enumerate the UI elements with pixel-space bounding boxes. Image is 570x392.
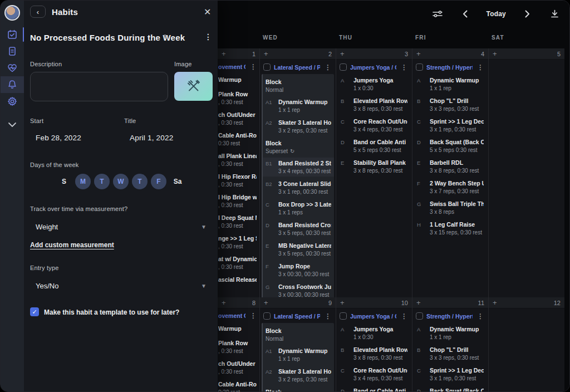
day-toggle-f[interactable]: F bbox=[151, 174, 166, 189]
add-event-plus-icon[interactable]: + bbox=[264, 299, 268, 306]
add-event-plus-icon[interactable]: + bbox=[340, 50, 345, 57]
exercise-row[interactable]: GCross Footwork Jump Rope3 x 00:30, 00:3… bbox=[263, 283, 334, 297]
add-event-plus-icon[interactable]: + bbox=[493, 299, 497, 306]
description-input[interactable] bbox=[30, 72, 168, 101]
habit-image-tile[interactable] bbox=[174, 72, 213, 101]
workout-title-link[interactable]: Strength / Hypertro... bbox=[426, 64, 473, 71]
workout-title-link[interactable]: ovement Q... bbox=[218, 312, 245, 319]
day-toggle-t[interactable]: T bbox=[132, 174, 148, 189]
exercise-row[interactable]: B23 Cone Lateral Slide3 x 1 rep, 00:30 r… bbox=[263, 180, 334, 195]
measurement-select[interactable]: Weight bbox=[36, 223, 58, 231]
download-icon[interactable] bbox=[548, 8, 561, 20]
exercise-row[interactable]: l Deep Squat Mo..., 0:30 rest bbox=[218, 214, 259, 229]
template-checkbox[interactable]: ✓ bbox=[30, 307, 39, 316]
workout-kebab-menu-icon[interactable]: ⋮ bbox=[249, 63, 258, 70]
workout-checkbox[interactable] bbox=[340, 63, 347, 71]
exercise-row[interactable]: GSwiss Ball Triple Threat3 x 8 reps bbox=[414, 200, 487, 215]
exercise-row[interactable]: BElevated Plank Row3 x 8 reps, 0:30 rest bbox=[338, 97, 410, 112]
end-date-value[interactable]: April 1, 2022 bbox=[130, 134, 173, 142]
sidebar-item-heart-pulse[interactable] bbox=[1, 60, 24, 76]
entry-type-caret-icon[interactable]: ▼ bbox=[201, 283, 207, 289]
exercise-row[interactable]: A1Dynamic Warmup1 x 1 rep bbox=[263, 347, 334, 362]
back-button[interactable]: ‹ bbox=[30, 6, 46, 18]
workout-title-link[interactable]: Jumpers Yoga / Core bbox=[350, 313, 396, 320]
sidebar-item-gear[interactable] bbox=[1, 93, 24, 110]
exercise-row[interactable]: EMB Negative Lateral Hop...3 x 5 reps, 0… bbox=[263, 242, 334, 257]
exercise-row[interactable]: CSprint >> 1 Leg Declarations3 x 1 rep, … bbox=[414, 367, 487, 381]
workout-kebab-menu-icon[interactable]: ⋮ bbox=[323, 313, 332, 320]
workout-title-link[interactable]: Strength / Hypertro... bbox=[426, 313, 473, 320]
workout-checkbox[interactable] bbox=[416, 312, 423, 320]
exercise-row[interactable]: DBand or Cable Anti Rotati...5 x 5 reps … bbox=[338, 388, 410, 392]
exercise-row[interactable]: FJump Rope3 x 00:30, 00:30 rest bbox=[263, 263, 334, 277]
exercise-row[interactable]: A2Skater 3 Lateral Hops >> ...3 x 2 reps… bbox=[263, 368, 334, 383]
exercise-row[interactable]: CBox Drop >> 3 Lateral H...1 x 1 reps bbox=[263, 201, 334, 215]
workout-title-link[interactable]: Jumpers Yoga / Core bbox=[350, 64, 396, 71]
exercise-row[interactable]: at w/ Dynamic P..., 0:30 rest bbox=[218, 256, 259, 270]
exercise-row[interactable]: A1Dynamic Warmup1 x 1 rep bbox=[263, 99, 334, 113]
habit-kebab-menu-icon[interactable]: ⋮ bbox=[202, 32, 214, 41]
exercise-row[interactable]: CCore Reach Out/Under3 x 4 reps, 0:30 re… bbox=[338, 367, 410, 381]
exercise-row[interactable]: Cable Anti-Rotati...0:30 rest bbox=[218, 132, 259, 146]
exercise-row[interactable]: DBack Squat (Back Off Set)5 x 5 reps 0:3… bbox=[414, 388, 487, 392]
day-toggle-sa[interactable]: Sa bbox=[170, 174, 185, 189]
workout-kebab-menu-icon[interactable]: ⋮ bbox=[249, 312, 258, 319]
sidebar-item-chevron-down[interactable] bbox=[1, 116, 24, 133]
exercise-row[interactable]: AJumpers Yoga1 x 0:30 bbox=[338, 326, 410, 340]
add-event-plus-icon[interactable]: + bbox=[340, 299, 345, 306]
exercise-row[interactable]: ADynamic Warmup1 x 1 rep bbox=[414, 77, 487, 91]
exercise-row[interactable]: all Plank Linear ..., 0:30 rest bbox=[218, 153, 259, 167]
exercise-row[interactable]: ascial Release C... bbox=[218, 276, 259, 285]
sidebar-item-document[interactable] bbox=[1, 43, 24, 60]
exercise-row[interactable]: EStability Ball Plank Linear ...3 x 8 re… bbox=[338, 159, 410, 174]
measurement-caret-icon[interactable]: ▼ bbox=[201, 224, 207, 230]
avatar[interactable] bbox=[4, 5, 20, 21]
prev-week-chevron-icon[interactable] bbox=[459, 8, 471, 20]
workout-checkbox[interactable] bbox=[263, 63, 271, 71]
entry-type-select[interactable]: Yes/No bbox=[36, 282, 58, 290]
exercise-row[interactable]: Warmup bbox=[218, 325, 259, 334]
day-toggle-s[interactable]: S bbox=[56, 174, 72, 189]
add-event-plus-icon[interactable]: + bbox=[493, 50, 497, 57]
add-event-plus-icon[interactable]: + bbox=[416, 299, 421, 306]
day-toggle-t[interactable]: T bbox=[94, 174, 110, 189]
exercise-row[interactable]: Warmup bbox=[218, 76, 259, 85]
exercise-row[interactable]: AJumpers Yoga1 x 0:30 bbox=[338, 77, 410, 91]
workout-kebab-menu-icon[interactable]: ⋮ bbox=[400, 313, 409, 320]
exercise-row[interactable]: F2 Way Bench Step Up3 x 7 reps, 0:30 res… bbox=[414, 180, 487, 194]
exercise-row[interactable]: Plank Row, 0:30 rest bbox=[218, 340, 259, 354]
exercise-row[interactable]: DBack Squat (Back Off Set)5 x 5 reps 0:3… bbox=[414, 139, 487, 153]
add-event-plus-icon[interactable]: + bbox=[416, 50, 421, 57]
add-event-plus-icon[interactable]: + bbox=[222, 50, 226, 57]
exercise-row[interactable]: BChop "L" Drill3 x 3 reps, 0:30 rest bbox=[414, 97, 487, 112]
exercise-row[interactable]: ch Out/Under, 0:30 rest bbox=[218, 360, 259, 375]
exercise-row[interactable]: BChop "L" Drill3 x 3 reps, 0:30 rest bbox=[414, 346, 487, 361]
exercise-row[interactable]: CSprint >> 1 Leg Declarations3 x 1 rep, … bbox=[414, 118, 487, 133]
start-date-value[interactable]: Feb 28, 2022 bbox=[36, 134, 81, 142]
workout-kebab-menu-icon[interactable]: ⋮ bbox=[476, 313, 485, 320]
workout-kebab-menu-icon[interactable]: ⋮ bbox=[323, 64, 332, 71]
day-toggle-w[interactable]: W bbox=[113, 174, 129, 189]
exercise-row[interactable]: l Hip Flexor Rais..., 0:30 rest bbox=[218, 173, 259, 188]
exercise-row[interactable]: BElevated Plank Row3 x 8 reps, 0:30 rest bbox=[338, 346, 410, 361]
add-event-plus-icon[interactable]: + bbox=[222, 299, 226, 306]
add-event-plus-icon[interactable]: + bbox=[264, 50, 268, 57]
workout-checkbox[interactable] bbox=[340, 312, 347, 320]
exercise-row[interactable]: DBand Resisted Crossover...3 x 5 reps, 0… bbox=[263, 222, 334, 236]
workout-checkbox[interactable] bbox=[416, 63, 423, 71]
day-toggle-m[interactable]: M bbox=[75, 174, 91, 189]
workout-kebab-menu-icon[interactable]: ⋮ bbox=[400, 64, 409, 71]
sidebar-item-bell[interactable] bbox=[1, 76, 24, 93]
close-icon[interactable]: ✕ bbox=[201, 6, 214, 18]
exercise-row[interactable]: ch Out/Under, 0:30 rest bbox=[218, 111, 259, 126]
workout-title-link[interactable]: Lateral Speed / Plyo bbox=[274, 313, 320, 320]
workout-title-link[interactable]: Lateral Speed / Plyo bbox=[274, 64, 320, 71]
exercise-row[interactable]: EBarbell RDL3 x 8 reps, 0:30 rest bbox=[414, 159, 487, 174]
today-button[interactable]: Today bbox=[487, 10, 506, 18]
exercise-row[interactable]: nge >> 1 Leg St..., 0:30 rest bbox=[218, 235, 259, 249]
exercise-row[interactable]: CCore Reach Out/Under3 x 4 reps, 0:30 re… bbox=[338, 118, 410, 133]
filter-sliders-icon[interactable] bbox=[432, 8, 444, 20]
exercise-row[interactable]: ADynamic Warmup1 x 1 rep bbox=[414, 326, 487, 340]
add-custom-measurement-link[interactable]: Add custom measurement bbox=[30, 241, 114, 249]
exercise-row[interactable]: DBand or Cable Anti Rotati...5 x 5 reps … bbox=[338, 139, 410, 153]
